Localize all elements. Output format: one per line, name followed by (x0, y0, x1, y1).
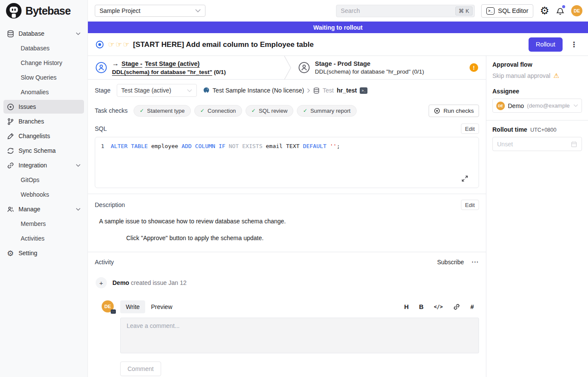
chevron-down-icon (187, 89, 192, 92)
sql-editor-button[interactable]: >_ SQL Editor (481, 4, 533, 18)
sidebar-item-sync-schema[interactable]: Sync Schema (3, 144, 84, 158)
code-format-icon[interactable]: </> (434, 304, 443, 310)
timezone-label: UTC+0800 (530, 127, 557, 133)
comment-input[interactable] (120, 318, 479, 353)
activity-section: Activity Subscribe ··· + Demo created is… (88, 252, 486, 376)
main-content: → Stage - Test Stage (active) DDL(schema… (88, 56, 486, 377)
sidebar-item-change-history[interactable]: Change History (3, 56, 84, 70)
comment-avatar: DE ··· (102, 300, 114, 312)
stage-select[interactable]: Test Stage (active) (117, 84, 197, 97)
tab-preview[interactable]: Preview (145, 300, 178, 313)
sidebar-item-setting[interactable]: ⚙ Setting (3, 246, 84, 260)
search-input[interactable] (336, 5, 475, 17)
stage-person-icon (299, 62, 310, 73)
check-pill-statement-type[interactable]: ✓Statement type (134, 105, 191, 117)
brand-name: Bytebase (25, 5, 71, 17)
activity-more-button[interactable]: ··· (472, 259, 479, 266)
check-icon: ✓ (303, 108, 307, 114)
task-checks-label: Task checks (95, 107, 128, 114)
check-pill-connection[interactable]: ✓Connection (194, 105, 242, 117)
check-icon: ✓ (200, 108, 205, 114)
sidebar-item-integration[interactable]: Integration (3, 158, 84, 172)
pointing-hand-emoji: ☞☞☞ (108, 40, 131, 49)
database-icon (313, 87, 320, 94)
search-box: ⌘ K (336, 5, 475, 17)
hash-format-icon[interactable]: # (470, 303, 474, 310)
users-icon (7, 206, 14, 213)
postgres-icon (203, 87, 210, 94)
calendar-icon (571, 141, 577, 148)
expand-icon[interactable] (461, 175, 468, 182)
assignee-heading: Assignee (492, 88, 582, 95)
subscribe-button[interactable]: Subscribe (437, 259, 464, 266)
stage-person-icon-active (96, 62, 107, 73)
sql-section: SQL Edit 1 ALTER TABLE employee ADD COLU… (88, 120, 486, 188)
chevron-right-icon (307, 88, 310, 93)
sidebar-item-members[interactable]: Members (3, 217, 84, 231)
sidebar-item-branches[interactable]: Branches (3, 114, 84, 128)
stage-card-test[interactable]: → Stage - Test Stage (active) DDL(schema… (88, 56, 284, 79)
rollout-button[interactable]: Rollout (529, 37, 563, 52)
chevron-down-icon (573, 104, 578, 107)
sql-code-line: 1 ALTER TABLE employee ADD COLUMN IF NOT… (95, 143, 479, 149)
sidebar-item-webhooks[interactable]: Webhooks (3, 188, 84, 201)
stage-card-prod[interactable]: Stage - Prod Stage DDL(schema) for datab… (292, 56, 486, 79)
rollout-time-picker[interactable]: Unset (492, 137, 582, 151)
check-pill-summary-report[interactable]: ✓Summary report (297, 105, 356, 117)
sidebar-item-issues[interactable]: Issues (3, 100, 84, 114)
sidebar-item-activities[interactable]: Activities (3, 232, 84, 245)
sidebar: Bytebase Database Databases Change Histo… (0, 0, 88, 377)
sidebar-item-anomalies[interactable]: Anomalies (3, 85, 84, 99)
open-sql-editor-icon[interactable]: >_ (360, 87, 367, 94)
sidebar-item-changelists[interactable]: Changelists (3, 129, 84, 143)
stage-separator-chevron (284, 56, 292, 80)
description-line-2: Click "Approve" button to apply the sche… (126, 235, 479, 241)
description-line-1: A sample issue to showcase how to review… (99, 218, 479, 225)
tab-write[interactable]: Write (120, 300, 145, 313)
activity-author: Demo (112, 279, 129, 286)
sidebar-item-database[interactable]: Database (3, 27, 84, 40)
brand-logo[interactable]: Bytebase (0, 0, 87, 22)
sidebar-item-slow-queries[interactable]: Slow Queries (3, 71, 84, 84)
user-avatar[interactable]: DE (571, 5, 582, 16)
rollout-time-heading: Rollout time (492, 126, 527, 133)
chevron-down-icon (195, 9, 201, 12)
rollout-time-section: Rollout time UTC+0800 Unset (486, 120, 588, 151)
environment-label: Test (323, 87, 334, 94)
heading-format-icon[interactable]: H (404, 303, 408, 310)
kebab-menu-button[interactable]: ⋮ (567, 40, 581, 49)
description-heading: Description (95, 201, 125, 208)
instance-link[interactable]: Test Sample Instance (No license) (213, 87, 304, 94)
assignee-avatar: DE (496, 102, 505, 110)
check-icon: ✓ (252, 108, 256, 114)
check-pill-sql-review[interactable]: ✓SQL review (246, 105, 294, 117)
current-stage-arrow-icon: → (112, 60, 119, 68)
warning-triangle-icon: ⚠ (554, 72, 559, 80)
sql-edit-button[interactable]: Edit (461, 124, 479, 134)
database-breadcrumb: Test Sample Instance (No license) Test h… (203, 87, 368, 94)
settings-gear-button[interactable]: ⚙ (540, 6, 549, 16)
chevron-down-icon (76, 32, 81, 35)
run-checks-button[interactable]: Run checks (429, 105, 479, 117)
description-section: Description Edit A sample issue to showc… (88, 194, 486, 241)
check-icon: ✓ (140, 108, 144, 114)
issue-status-icon (96, 40, 104, 49)
bold-format-icon[interactable]: B (419, 303, 423, 310)
sidebar-item-gitops[interactable]: GitOps (3, 173, 84, 187)
topbar: Sample Project ⌘ K >_ SQL Editor ⚙ DE (88, 0, 588, 22)
approval-flow-heading: Approval flow (492, 61, 582, 68)
description-edit-button[interactable]: Edit (461, 200, 479, 210)
sidebar-item-databases[interactable]: Databases (3, 41, 84, 55)
assignee-select[interactable]: DE Demo (demo@example (492, 99, 582, 113)
comment-submit-button[interactable]: Comment (120, 362, 161, 376)
project-selector-value: Sample Project (100, 7, 192, 14)
plus-icon: + (96, 277, 107, 288)
activity-entry: + Demo created issue Jan 12 (95, 277, 479, 288)
database-link[interactable]: hr_test (337, 87, 357, 94)
notifications-bell-button[interactable] (556, 6, 565, 15)
project-selector[interactable]: Sample Project (95, 5, 205, 17)
link-format-icon[interactable] (453, 303, 460, 310)
sidebar-item-manage[interactable]: Manage (3, 202, 84, 216)
activity-action: created issue Jan 12 (129, 279, 187, 286)
changelist-icon (7, 133, 14, 140)
